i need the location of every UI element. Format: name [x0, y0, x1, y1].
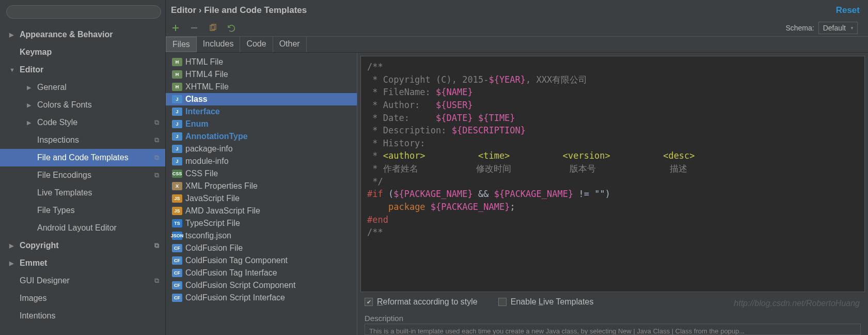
file-type-icon: J — [172, 145, 182, 153]
tab-code[interactable]: Code — [240, 37, 273, 52]
template-item[interactable]: JInterface — [166, 105, 357, 118]
file-type-icon: CF — [172, 244, 182, 252]
template-label: ColdFusion File — [185, 243, 243, 253]
template-item[interactable]: CFColdFusion Script Interface — [166, 292, 357, 304]
template-label: HTML4 File — [185, 70, 228, 79]
template-item[interactable]: HHTML File — [166, 56, 357, 68]
add-button[interactable] — [171, 23, 180, 33]
schema-label: Schema: — [785, 24, 814, 32]
sidebar-item-label: Intentions — [20, 311, 55, 321]
sidebar-item-label: Colors & Fonts — [37, 100, 92, 110]
file-type-icon: TS — [172, 219, 182, 227]
template-item[interactable]: JSJavaScript File — [166, 192, 357, 205]
template-item[interactable]: JEnum — [166, 118, 357, 130]
template-label: AMD JavaScript File — [185, 206, 260, 216]
template-label: Class — [185, 95, 208, 104]
template-item[interactable]: Jpackage-info — [166, 143, 357, 155]
expand-arrow-icon: ▶ — [9, 260, 17, 267]
sidebar-item-editor[interactable]: ▼Editor — [0, 61, 165, 79]
main-panel: Editor › File and Code Templates Reset S… — [166, 0, 868, 335]
template-editor[interactable]: /** * Copyright (C), 2015-${YEAR}, XXX有限… — [360, 56, 865, 292]
reformat-checkbox[interactable]: ✔ RReformat according to styleeformat ac… — [365, 297, 478, 307]
sidebar-item-label: Editor — [20, 65, 43, 74]
template-label: TypeScript File — [185, 219, 240, 228]
sidebar-item-android-layout-editor[interactable]: Android Layout Editor — [0, 219, 165, 237]
template-item[interactable]: CFColdFusion File — [166, 242, 357, 254]
sidebar-item-label: File Types — [37, 206, 75, 215]
template-item[interactable]: HXHTML File — [166, 81, 357, 93]
file-type-icon: H — [172, 70, 182, 79]
sidebar-item-gui-designer[interactable]: GUI Designer⧉ — [0, 272, 165, 290]
project-scope-icon: ⧉ — [154, 241, 159, 250]
template-item[interactable]: HHTML4 File — [166, 68, 357, 81]
copy-button[interactable] — [208, 23, 217, 33]
template-label: Interface — [185, 107, 220, 116]
sidebar-item-colors-fonts[interactable]: ▶Colors & Fonts — [0, 96, 165, 114]
template-item[interactable]: JClass — [166, 93, 357, 105]
file-type-icon: J — [172, 108, 182, 116]
sidebar-item-code-style[interactable]: ▶Code Style⧉ — [0, 114, 165, 131]
tab-other[interactable]: Other — [273, 37, 307, 52]
template-item[interactable]: Jmodule-info — [166, 155, 357, 168]
enable-live-templates-checkbox[interactable]: Enable Live TemplatesEnable Live Templat… — [498, 297, 594, 307]
sidebar-item-keymap[interactable]: Keymap — [0, 43, 165, 61]
reset-link[interactable]: Reset — [836, 5, 860, 16]
sidebar-item-label: GUI Designer — [20, 276, 70, 285]
file-type-icon: CF — [172, 269, 182, 277]
sidebar-item-emmet[interactable]: ▶Emmet — [0, 254, 165, 272]
template-label: Enum — [185, 119, 208, 129]
expand-arrow-icon: ▶ — [9, 242, 17, 249]
sidebar-item-intentions[interactable]: Intentions — [0, 307, 165, 325]
template-label: ColdFusion Script Component — [185, 281, 295, 290]
refresh-button[interactable] — [227, 23, 236, 33]
template-label: ColdFusion Tag Component — [185, 256, 288, 265]
description-label: Description — [360, 312, 865, 324]
sidebar-item-general[interactable]: ▶General — [0, 79, 165, 96]
template-label: tsconfig.json — [185, 231, 231, 240]
sidebar-item-file-encodings[interactable]: File Encodings⧉ — [0, 166, 165, 184]
expand-arrow-icon: ▶ — [9, 32, 17, 38]
template-item[interactable]: TSTypeScript File — [166, 217, 357, 230]
template-item[interactable]: CSSCSS File — [166, 168, 357, 180]
file-type-icon: J — [172, 157, 182, 165]
template-item[interactable]: CFColdFusion Tag Interface — [166, 267, 357, 279]
file-type-icon: JS — [172, 194, 182, 203]
project-scope-icon: ⧉ — [154, 154, 159, 162]
file-type-icon: JSON — [172, 232, 182, 240]
expand-arrow-icon: ▶ — [27, 84, 34, 91]
project-scope-icon: ⧉ — [154, 171, 159, 179]
search-input[interactable] — [6, 5, 161, 19]
tab-files[interactable]: Files — [166, 37, 197, 52]
sidebar-item-file-and-code-templates[interactable]: File and Code Templates⧉ — [0, 149, 165, 166]
sidebar-item-label: File and Code Templates — [37, 153, 129, 162]
template-label: JavaScript File — [185, 194, 240, 203]
template-item[interactable]: CFColdFusion Tag Component — [166, 254, 357, 267]
file-type-icon: J — [172, 132, 182, 141]
sidebar-item-file-types[interactable]: File Types — [0, 202, 165, 219]
template-label: package-info — [185, 144, 233, 154]
template-item[interactable]: JAnnotationType — [166, 130, 357, 143]
file-type-icon: CF — [172, 294, 182, 302]
sidebar-item-inspections[interactable]: Inspections⧉ — [0, 131, 165, 149]
expand-arrow-icon: ▶ — [27, 102, 34, 109]
template-item[interactable]: JSAMD JavaScript File — [166, 205, 357, 217]
sidebar-item-copyright[interactable]: ▶Copyright⧉ — [0, 237, 165, 254]
file-type-icon: JS — [172, 207, 182, 215]
tab-includes[interactable]: Includes — [197, 37, 241, 52]
sidebar-item-images[interactable]: Images — [0, 290, 165, 307]
breadcrumb: Editor › File and Code Templates — [171, 5, 307, 16]
template-label: HTML File — [185, 57, 223, 67]
template-label: ColdFusion Script Interface — [185, 293, 285, 302]
sidebar-item-label: Appearance & Behavior — [20, 30, 113, 39]
template-item[interactable]: XXML Properties File — [166, 180, 357, 192]
sidebar-item-appearance-behavior[interactable]: ▶Appearance & Behavior — [0, 26, 165, 43]
sidebar-item-label: Live Templates — [37, 188, 92, 197]
file-type-icon: CF — [172, 281, 182, 290]
remove-button[interactable] — [190, 23, 199, 33]
templates-list[interactable]: HHTML FileHHTML4 FileHXHTML FileJClassJI… — [166, 53, 357, 335]
schema-select[interactable]: Default — [818, 22, 858, 34]
template-item[interactable]: CFColdFusion Script Component — [166, 279, 357, 292]
template-item[interactable]: JSONtsconfig.json — [166, 230, 357, 242]
sidebar-item-live-templates[interactable]: Live Templates — [0, 184, 165, 202]
file-type-icon: CF — [172, 256, 182, 265]
